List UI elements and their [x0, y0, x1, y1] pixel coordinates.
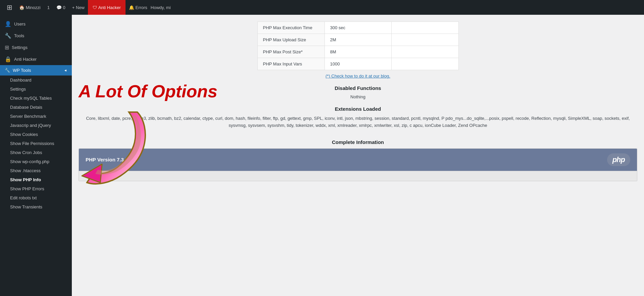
- errors-bar-item[interactable]: 🔔 Errors: [126, 0, 151, 15]
- home-icon: 🏠: [19, 5, 24, 10]
- extensions-text: Core, libxml, date, pcre, sqlite3, zlib,…: [79, 115, 637, 129]
- submenu-javascript-jquery[interactable]: Javascrip and jQuery: [0, 121, 72, 130]
- wptools-label: WP Tools: [13, 68, 31, 73]
- submenu-database-details[interactable]: Database Detais: [0, 103, 72, 112]
- submenu-check-mysql[interactable]: Check mySQL Tables: [0, 94, 72, 103]
- antihacker-bar-item[interactable]: 🛡 Anti Hacker: [88, 0, 126, 15]
- submenu-dashboard-label: Dashboard: [10, 78, 32, 83]
- new-bar-item[interactable]: + New: [69, 0, 88, 15]
- settings-icon: ⊞: [5, 44, 9, 51]
- php-table-value: 8M: [325, 46, 391, 58]
- sidebar-item-wptools[interactable]: 🔧 WP Tools ◄: [0, 65, 72, 76]
- table-row: PHP Max Upload Size2M: [257, 34, 458, 46]
- submenu-showphperrors-label: Show PHP Errors: [10, 186, 44, 191]
- table-row: PHP Max Execution Time300 sec: [257, 22, 458, 34]
- submenu-settings-label: Settings: [10, 87, 26, 92]
- submenu-show-php-info[interactable]: Show PHP Info: [0, 175, 72, 184]
- sidebar-tools-label: Tools: [14, 33, 24, 38]
- php-info-table: PHP Max Execution Time300 secPHP Max Upl…: [257, 21, 459, 70]
- php-logo: php: [607, 153, 630, 166]
- sidebar-settings-label: Settings: [12, 45, 28, 50]
- main-content: A Lot Of Options: [72, 15, 644, 296]
- tools-icon: 🔧: [5, 33, 11, 39]
- php-info-header: PHP Version 7.3.1 php: [79, 149, 637, 171]
- antihacker-label: Anti Hacker: [98, 5, 121, 10]
- sidebar-antihacker-label: Anti Hacker: [14, 57, 37, 62]
- complete-info-wrapper: PHP Version 7.3.1 php: [79, 148, 637, 181]
- users-icon: 👤: [5, 21, 11, 27]
- site-name-bar-item[interactable]: 🏠 Minozzi: [16, 0, 44, 15]
- disabled-functions-value: Nothing: [79, 94, 637, 99]
- submenu-editrobots-label: Edit robots txt: [10, 195, 37, 200]
- updates-count: 1: [47, 5, 50, 10]
- comments-bar-item[interactable]: 💬 0: [53, 0, 69, 15]
- sidebar-item-antihacker[interactable]: 🔒 Anti Hacker: [0, 53, 72, 65]
- submenu-show-file-permissions[interactable]: Show File Permissions: [0, 139, 72, 148]
- sidebar-item-users[interactable]: 👤 Users: [0, 18, 72, 30]
- extensions-title: Extensions Loaded: [79, 106, 637, 112]
- table-row: PHP Max Post Size*8M: [257, 46, 458, 58]
- submenu-showcronjobs-label: Show Cron Jobs: [10, 150, 42, 155]
- submenu-show-cookies[interactable]: Show Cookies: [0, 130, 72, 139]
- php-table-label: PHP Max Input Vars: [257, 58, 325, 70]
- admin-menu: 👤 Users 🔧 Tools ⊞ Settings 🔒 Anti Hacker…: [0, 15, 72, 296]
- php-table-extra: [391, 58, 458, 70]
- php-table-value: 1000: [325, 58, 391, 70]
- submenu-showhtaccess-label: Show .htaccess: [10, 168, 41, 173]
- php-table-extra: [391, 34, 458, 46]
- php-logo-text: php: [612, 155, 625, 164]
- php-version-label: PHP Version 7.3.1: [86, 157, 128, 162]
- new-label: + New: [72, 5, 85, 10]
- php-table-label: PHP Max Upload Size: [257, 34, 325, 46]
- site-name-label: Minozzi: [26, 5, 41, 10]
- comments-icon: 💬: [56, 5, 62, 10]
- submenu-server-benchmark[interactable]: Server Benchmark: [0, 112, 72, 121]
- table-row: PHP Max Input Vars1000: [257, 58, 458, 70]
- php-table-label: PHP Max Post Size*: [257, 46, 325, 58]
- submenu-showcookies-label: Show Cookies: [10, 132, 38, 137]
- submenu-show-htaccess[interactable]: Show .htaccess: [0, 166, 72, 175]
- submenu-checkmysql-label: Check mySQL Tables: [10, 96, 52, 101]
- submenu-serverbenchmark-label: Server Benchmark: [10, 114, 46, 119]
- wptools-submenu: Dashboard Settings Check mySQL Tables Da…: [0, 76, 72, 211]
- php-next-row: [79, 171, 637, 181]
- sidebar-item-tools[interactable]: 🔧 Tools: [0, 30, 72, 42]
- lock-icon: 🔒: [5, 56, 11, 62]
- sidebar-users-label: Users: [14, 21, 26, 27]
- submenu-jsjquery-label: Javascrip and jQuery: [10, 123, 51, 128]
- submenu-showwpconfig-label: Show wp-config.php: [10, 159, 49, 164]
- comments-count: 0: [63, 5, 65, 10]
- errors-label: Errors: [135, 5, 147, 10]
- php-table-label: PHP Max Execution Time: [257, 22, 325, 34]
- submenu-showfileperm-label: Show File Permissions: [10, 141, 54, 146]
- submenu-show-cron-jobs[interactable]: Show Cron Jobs: [0, 148, 72, 157]
- antihacker-icon: 🛡: [93, 5, 97, 10]
- updates-bar-item[interactable]: 1: [44, 0, 53, 15]
- wptools-wrench-icon: 🔧: [5, 68, 10, 73]
- submenu-showphpinfo-label: Show PHP Info: [10, 177, 41, 182]
- php-table-extra: [391, 46, 458, 58]
- submenu-dbdetails-label: Database Detais: [10, 105, 42, 110]
- blog-link[interactable]: (*) Check how to do it at our blog.: [79, 73, 637, 79]
- howdy-text: Howdy, mi: [151, 5, 174, 10]
- php-table-value: 2M: [325, 34, 391, 46]
- submenu-showtransients-label: Show Transients: [10, 204, 42, 209]
- disabled-functions-title: Disabled Functions: [79, 85, 637, 91]
- submenu-dashboard[interactable]: Dashboard: [0, 76, 72, 85]
- submenu-settings[interactable]: Settings: [0, 85, 72, 94]
- submenu-edit-robots[interactable]: Edit robots txt: [0, 193, 72, 202]
- complete-info-title: Complete Information: [79, 139, 637, 145]
- php-table-extra: [391, 22, 458, 34]
- admin-bar: ⊞ 🏠 Minozzi 1 💬 0 + New 🛡 Anti Hacker 🔔 …: [0, 0, 644, 15]
- wp-logo[interactable]: ⊞: [3, 0, 16, 15]
- sidebar-item-settings[interactable]: ⊞ Settings: [0, 42, 72, 53]
- submenu-show-transients[interactable]: Show Transients: [0, 202, 72, 211]
- collapse-arrow-icon: ◄: [64, 68, 67, 72]
- errors-bell-icon: 🔔: [129, 5, 134, 10]
- php-table-value: 300 sec: [325, 22, 391, 34]
- submenu-show-wp-config[interactable]: Show wp-config.php: [0, 157, 72, 166]
- submenu-show-php-errors[interactable]: Show PHP Errors: [0, 184, 72, 193]
